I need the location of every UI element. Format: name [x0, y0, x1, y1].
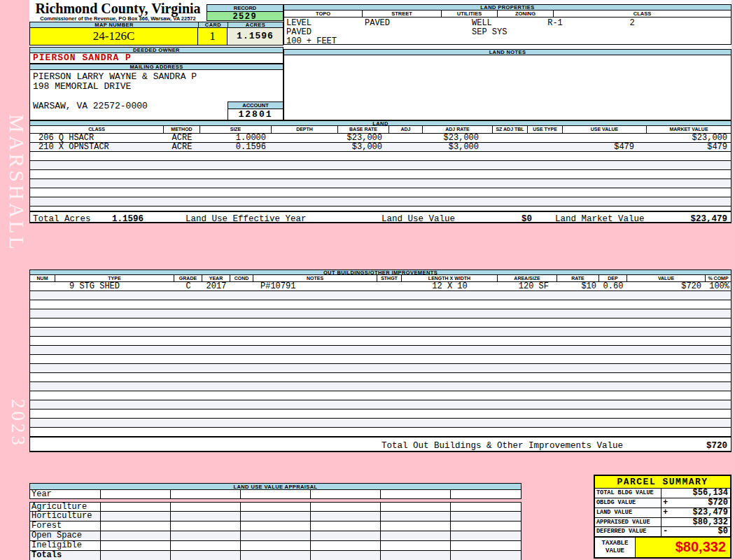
empty-cell [381, 551, 451, 560]
appraisal-row-year: Year [29, 490, 522, 499]
land-totals-row: Total Acres 1.1596 Land Use Effective Ye… [29, 211, 732, 223]
land-title: LAND [29, 120, 732, 126]
total-acres-label: Total Acres [33, 214, 91, 224]
mailing-line: PIERSON LARRY WAYNE & SANDRA P [33, 71, 283, 81]
col-pct-comp: % COMP [706, 275, 731, 281]
county-title: Richmond County, Virginia [29, 1, 206, 16]
cell-depth [272, 134, 338, 142]
col-type: TYPE [55, 275, 174, 281]
summary-row-land: LAND VALUE + $23,479 [595, 508, 730, 518]
cell-adj-rate: $3,000 [423, 143, 493, 151]
col-use-type: USE TYPE [528, 126, 563, 133]
col-sz-adj-tbl: SZ ADJ TBL [493, 126, 528, 133]
cell-base-rate: $3,000 [338, 143, 389, 151]
cell-market-value: $23,000 [647, 134, 731, 142]
empty-cell [241, 551, 311, 560]
map-header-bar: MAP NUMBER CARD ACRES [29, 22, 284, 28]
col-topo: TOPO [284, 10, 363, 17]
record-box: RECORD 2529 [206, 4, 284, 21]
cell-class: 210 X OPNSTACR [30, 143, 164, 151]
appraisal-row-horticulture: Horticulture [29, 512, 522, 522]
summary-row-obldg: OBLDG VALUE + $720 [595, 498, 730, 508]
empty-cell [171, 522, 241, 531]
cell-base-rate: $23,000 [338, 134, 389, 142]
row-label: APPRAISED VALUE [595, 518, 662, 526]
land-notes-area [284, 55, 732, 120]
empty-cell [311, 531, 381, 540]
row-sign: + [663, 508, 668, 517]
out-buildings-total-value: $720 [706, 441, 727, 451]
empty-cell [171, 541, 241, 550]
col-street: STREET [363, 10, 442, 17]
cell-use-value: $479 [563, 143, 647, 151]
mailing-line: 198 MEMORIAL DRIVE [33, 81, 283, 91]
col-notes: NOTES [253, 275, 377, 281]
empty-cell [101, 490, 171, 498]
empty-cell [311, 512, 381, 521]
land-properties-header-row: TOPO STREET UTILITIES ZONING CLASS [284, 10, 732, 18]
empty-cell [451, 541, 521, 550]
col-area-size: AREA/SIZE [498, 275, 557, 281]
empty-cell [171, 512, 241, 521]
col-adj: ADJ [389, 126, 423, 133]
cell-depth [272, 143, 338, 151]
col-market-value: MARKET VALUE [647, 126, 731, 133]
card-label: CARD [199, 22, 228, 27]
summary-row-appraised: APPRAISED VALUE $80,332 [595, 517, 730, 527]
empty-cell [171, 531, 241, 540]
empty-cell [171, 551, 241, 560]
street-value: PAVED [365, 18, 390, 28]
cell-size: 0.1596 [200, 143, 272, 151]
sidebar-vendor-label: MARSHALL [2, 114, 29, 240]
row-label-ineligible: Ineligible [30, 541, 101, 550]
summary-row-total-bldg: TOTAL BLDG VALUE $56,134 [595, 489, 730, 498]
row-sign: - [663, 527, 668, 536]
empty-cell [241, 531, 311, 540]
sidebar-year-label: 2023 [2, 392, 29, 455]
col-use-value: USE VALUE [563, 126, 647, 133]
cell-length-width: 12 X 10 [402, 282, 498, 290]
empty-cell [381, 541, 451, 550]
topo-value: 100 + FEET [286, 36, 337, 46]
empty-cell [101, 551, 171, 560]
cell-sz-adj-tbl [493, 134, 528, 142]
row-sign: + [663, 498, 668, 507]
col-class: CLASS [554, 10, 731, 17]
cell-use-type [528, 134, 563, 142]
cell-area-size: 120 SF [498, 282, 557, 290]
row-label: TOTAL BLDG VALUE [595, 489, 662, 498]
empty-cell [311, 522, 381, 531]
appraisal-row-open-space: Open Space [29, 531, 522, 541]
empty-cell [381, 512, 451, 521]
empty-cell [311, 551, 381, 560]
cell-cond [230, 282, 253, 290]
empty-cell [381, 490, 451, 498]
cell-method: ACRE [164, 134, 200, 142]
empty-cell [241, 541, 311, 550]
row-value: $720 [708, 498, 728, 507]
taxable-value: $80,332 [636, 538, 730, 557]
row-label: DEFERRED VALUE [595, 527, 662, 536]
empty-cell [311, 541, 381, 550]
cell-adj [389, 143, 423, 151]
col-sthgt: STHGT [377, 275, 402, 281]
top-region: Richmond County, Virginia Commissioner o… [29, 0, 732, 120]
col-depth: DEPTH [272, 126, 338, 133]
mailing-line [33, 91, 283, 101]
total-acres-value: 1.1596 [112, 214, 144, 224]
col-class: CLASS [30, 126, 164, 133]
col-size: SIZE [200, 126, 272, 133]
acres-value: 1.1596 [227, 28, 284, 46]
out-buildings-header-row: NUM TYPE GRADE YEAR COND NOTES STHGT LEN… [29, 275, 732, 282]
account-box: ACCOUNT 12801 [227, 102, 284, 120]
taxable-label: TAXABLE VALUE [595, 538, 636, 557]
land-market-value-label: Land Market Value [555, 214, 645, 224]
empty-cell [451, 522, 521, 531]
row-label-forest: Forest [30, 522, 101, 531]
land-use-value-label: Land Use Value [382, 214, 455, 224]
empty-cell [171, 503, 241, 511]
appraisal-row-totals: Totals [29, 551, 522, 560]
empty-cell [241, 522, 311, 531]
account-value: 12801 [227, 109, 284, 120]
summary-row-taxable: TAXABLE VALUE $80,332 [595, 537, 730, 557]
